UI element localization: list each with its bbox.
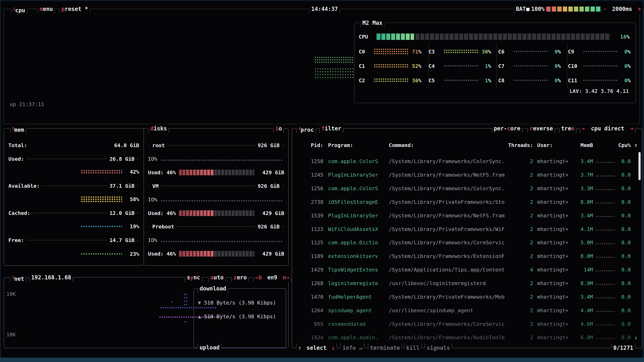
process-user: mhartingt+ <box>533 158 577 164</box>
mem-used-row: Used: 26.8 GiB <box>4 155 144 163</box>
sync-button[interactable]: sync <box>185 273 202 282</box>
zero-button[interactable]: zero <box>232 273 249 282</box>
process-program: loginitemregiste <box>323 280 389 286</box>
tab-proc[interactable]: 4proc <box>296 124 316 133</box>
menu-button[interactable]: menu <box>38 4 55 13</box>
process-memory: 6.8M <box>577 334 593 340</box>
process-program: PlugInLibrarySer <box>323 213 389 219</box>
column-command[interactable]: Command: <box>389 142 505 148</box>
clock: 14:44:37 <box>309 4 340 13</box>
process-cpu-graph <box>596 324 615 326</box>
cpu-hotkey: 1 <box>13 7 15 11</box>
process-cpu-graph <box>596 202 615 204</box>
process-cpu-percent: 0.0 <box>616 267 631 273</box>
per-core-button[interactable]: per-core <box>492 124 522 133</box>
tab-disks[interactable]: disks <box>148 124 169 133</box>
info-button[interactable]: info ↵ <box>340 344 364 353</box>
disk-used-row: Used: 46% 429 GiB <box>144 249 288 258</box>
upload-scale-label: 10K <box>6 332 16 338</box>
process-cpu-percent: 0.0 <box>616 294 631 300</box>
process-command: /System/Library/PrivateFrameworks/WiF <box>389 226 505 232</box>
core-label: C5 <box>428 77 442 83</box>
process-row[interactable]: 1123 WiFiCloudAssetsX /System/Library/Pr… <box>295 222 637 236</box>
core-label: C10 <box>568 63 582 69</box>
process-row[interactable]: 1424 com.apple.audio. /System/Library/Fr… <box>295 331 637 344</box>
process-row[interactable]: 1429 TipsWidgetExtens /System/Applicatio… <box>295 263 637 277</box>
core-usage-graph <box>444 65 478 67</box>
column-pid[interactable]: Pid: <box>295 142 323 148</box>
disk-section: root 926 GiB IO% Used: 46% 429 GiB <box>144 129 288 169</box>
tab-net[interactable]: 3net <box>10 273 26 282</box>
tab-cpu[interactable]: 1cpu <box>11 4 27 13</box>
signals-button[interactable]: signals <box>425 344 452 353</box>
process-row[interactable]: 1258 com.apple.ColorS /System/Library/Fr… <box>295 155 637 168</box>
mem-total-value: 64.0 GiB <box>114 142 139 148</box>
sort-column-name: cpu direct <box>589 125 627 132</box>
process-row[interactable]: 2738 iOSFilesStorageE /System/Library/Pr… <box>295 195 637 209</box>
cpu-box: 1cpu menu preset * 14:44:37 BAT■ 100% - … <box>4 9 640 124</box>
disk-name: root <box>152 142 165 148</box>
select-control[interactable]: ↑ select ↓ <box>296 344 337 353</box>
process-scrollbar[interactable] <box>638 152 641 180</box>
terminate-button[interactable]: terminate <box>368 344 402 353</box>
process-row[interactable]: 1264 spindump_agent /usr/libexec/spindum… <box>295 304 637 317</box>
prev-interface-button[interactable]: ←b <box>255 274 262 281</box>
process-command: /System/Library/Frameworks/NetFS.fram <box>389 172 505 178</box>
process-cpu-percent: 0.0 <box>616 158 631 164</box>
tree-button[interactable]: tree <box>559 124 576 133</box>
process-row[interactable]: 1470 fudHelperAgent /System/Library/Priv… <box>295 290 637 304</box>
process-user: mhartingt+ <box>533 240 577 246</box>
core-label: C9 <box>568 49 582 55</box>
sort-prev-button[interactable]: ← <box>582 125 585 132</box>
process-row[interactable]: 1189 extensionkitserv /System/Library/Fr… <box>295 249 637 263</box>
process-program: extensionkitserv <box>323 253 389 259</box>
process-memory: 3.4M <box>577 294 593 300</box>
tab-mem[interactable]: 2mem <box>10 124 26 133</box>
cpu-history-graph-lower <box>314 68 354 79</box>
process-table: 1258 com.apple.ColorS /System/Library/Fr… <box>295 155 637 344</box>
auto-button[interactable]: auto <box>208 273 226 282</box>
mem-used-meter-row: 42% <box>4 167 144 176</box>
select-up-icon: ↑ <box>298 345 302 351</box>
download-speed-value: 510 Byte/s (3.98 Kibps) <box>204 300 276 306</box>
battery-percent: 100% <box>531 4 544 13</box>
process-pid: 1189 <box>295 253 323 259</box>
interval-decrease-button[interactable]: - <box>603 6 606 12</box>
kill-button[interactable]: kill <box>404 344 422 353</box>
column-memb[interactable]: MemB <box>577 142 593 148</box>
filter-button[interactable]: filter <box>319 124 343 133</box>
sort-next-button[interactable]: → <box>630 125 633 132</box>
process-threads: 2 <box>505 185 533 191</box>
process-row[interactable]: 1268 loginitemregiste /usr/libexec/login… <box>295 277 637 290</box>
process-row[interactable]: 955 csnameddatad /System/Library/Framewo… <box>295 317 637 331</box>
mem-free-row: Free: 14.7 GiB <box>4 236 144 245</box>
next-interface-button[interactable]: n→ <box>282 274 289 281</box>
column-cpu[interactable]: Cpu% <box>616 142 631 148</box>
process-row[interactable]: 1256 com.apple.ColorS /System/Library/Fr… <box>295 182 637 195</box>
disk-size: 926 GiB <box>258 142 280 148</box>
mem-available-row: Available: 37.1 GiB <box>4 182 144 190</box>
interface-switcher: ←b en9 n→ <box>253 273 291 282</box>
battery-block <box>552 6 556 11</box>
process-threads: 4 <box>505 267 533 273</box>
process-row[interactable]: 1125 com.apple.Dictio /System/Library/Fr… <box>295 236 637 249</box>
preset-button[interactable]: preset * <box>59 4 90 13</box>
core-row: C9 0% <box>566 44 632 59</box>
process-cpu-graph <box>596 284 615 285</box>
disk-io-graph <box>161 241 283 242</box>
io-mode-button[interactable]: io <box>273 124 284 133</box>
column-user[interactable]: User: <box>533 142 577 148</box>
disk-section: VM 926 GiB IO% Used: 46% 429 GiB <box>144 169 288 210</box>
reverse-button[interactable]: reverse <box>528 124 555 133</box>
column-threads[interactable]: Threads: <box>505 142 533 148</box>
column-program[interactable]: Program: <box>323 142 389 148</box>
upload-speed-value: 510 Byte/s (3.98 Kibps) <box>204 313 276 320</box>
process-row[interactable]: 1245 PlugInLibrarySer /System/Library/Fr… <box>295 168 637 182</box>
interval-increase-button[interactable]: + <box>638 6 641 12</box>
process-cpu-percent: 0.0 <box>616 240 631 246</box>
net-speed-box: download upload ▼ 510 Byte/s (3.98 Kibps… <box>194 288 286 348</box>
core-percent: 0% <box>550 49 561 55</box>
process-user: mhartingt+ <box>533 321 577 327</box>
process-row[interactable]: 1539 PlugInLibrarySer /System/Library/Fr… <box>295 209 637 222</box>
cpu-total-percent: 16% <box>614 34 630 40</box>
